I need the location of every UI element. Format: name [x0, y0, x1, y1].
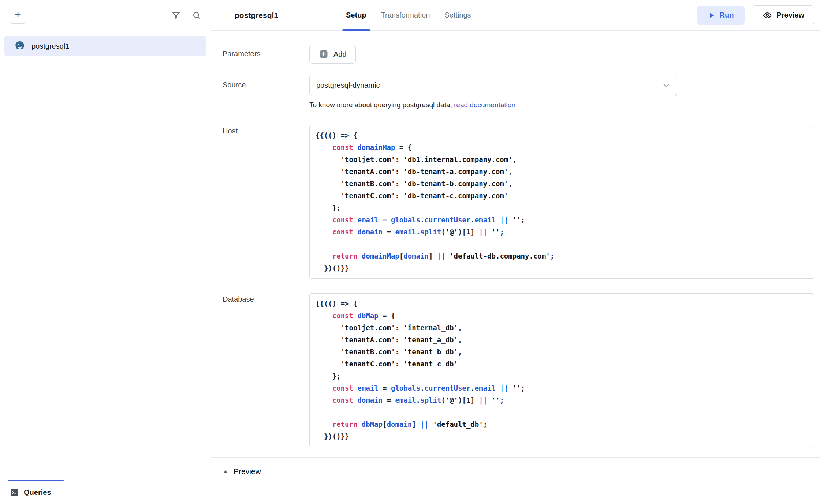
parameters-label: Parameters [223, 45, 309, 58]
query-setup-form: Parameters Add Source postgresql-dynamic [211, 31, 820, 504]
source-select[interactable]: postgresql-dynamic [309, 75, 677, 96]
preview-section-label: Preview [234, 467, 261, 476]
run-button[interactable]: Run [697, 6, 745, 25]
queries-tab-label: Queries [24, 488, 51, 497]
tab-setup[interactable]: Setup [346, 0, 366, 30]
source-row: Source postgresql-dynamic To know more a… [223, 75, 814, 109]
host-label: Host [223, 125, 309, 135]
host-code-editor[interactable]: {{(() => { const domainMap = { 'tooljet.… [309, 125, 814, 279]
add-parameter-button[interactable]: Add [309, 45, 356, 64]
play-icon [708, 12, 715, 19]
query-item-label: postgresql1 [31, 42, 69, 50]
database-row: Database {{(() => { const dbMap = { 'too… [223, 293, 814, 447]
parameters-row: Parameters Add [223, 45, 814, 64]
query-header: postgresql1 Setup Transformation Setting… [211, 0, 820, 31]
database-label: Database [223, 293, 309, 304]
query-list: postgresql1 [0, 31, 211, 481]
tab-transformation[interactable]: Transformation [381, 0, 430, 30]
queries-sidebar: + postgresql1 [0, 0, 211, 504]
preview-button[interactable]: Preview [753, 5, 814, 25]
add-query-button[interactable]: + [10, 7, 26, 24]
query-detail-panel: postgresql1 Setup Transformation Setting… [211, 0, 820, 504]
read-documentation-link[interactable]: read documentation [454, 101, 515, 109]
preview-section-divider [211, 457, 820, 458]
search-icon[interactable] [192, 11, 201, 20]
source-label: Source [223, 75, 309, 89]
query-list-item-postgresql1[interactable]: postgresql1 [4, 36, 206, 56]
query-editor-window: + postgresql1 [0, 0, 820, 504]
preview-section-toggle[interactable]: Preview [223, 458, 261, 476]
add-parameter-label: Add [333, 50, 347, 59]
query-title: postgresql1 [235, 11, 278, 20]
host-row: Host {{(() => { const domainMap = { 'too… [223, 125, 814, 279]
source-select-value: postgresql-dynamic [316, 81, 380, 90]
postgresql-icon [14, 40, 26, 52]
tab-settings[interactable]: Settings [444, 0, 471, 30]
header-actions: Run Preview [697, 5, 815, 25]
chevron-down-icon [661, 81, 671, 90]
run-button-label: Run [720, 11, 734, 19]
database-code-editor[interactable]: {{(() => { const dbMap = { 'tooljet.com'… [309, 293, 814, 447]
plus-square-icon [318, 49, 329, 59]
active-tab-indicator [8, 480, 64, 481]
filter-icon[interactable] [171, 11, 181, 20]
preview-button-label: Preview [776, 11, 804, 19]
collapse-triangle-icon [223, 469, 228, 474]
query-tabs: Setup Transformation Settings [346, 0, 471, 30]
help-text-prefix: To know more about querying postgresql d… [309, 101, 454, 109]
sidebar-toolbar: + [0, 0, 211, 31]
queries-panel-tab[interactable]: Queries [0, 481, 211, 504]
queries-icon [10, 488, 19, 497]
eye-icon [763, 11, 772, 20]
source-help-text: To know more about querying postgresql d… [309, 101, 677, 109]
